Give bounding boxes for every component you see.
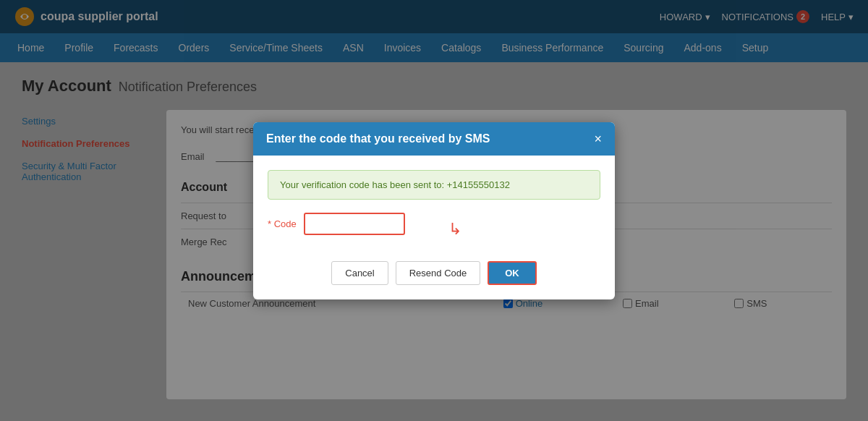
modal-header: Enter the code that you received by SMS … xyxy=(253,122,615,156)
code-input[interactable] xyxy=(304,213,405,235)
arrow-hint-icon: ↳ xyxy=(448,220,461,239)
ok-button[interactable]: OK xyxy=(488,261,537,285)
sms-modal: Enter the code that you received by SMS … xyxy=(253,122,615,299)
modal-body: Your verification code has been sent to:… xyxy=(253,156,615,254)
resend-button[interactable]: Resend Code xyxy=(396,261,481,285)
code-label: * Code xyxy=(268,218,297,229)
modal-alert: Your verification code has been sent to:… xyxy=(268,170,600,200)
code-row: * Code ↳ xyxy=(268,213,600,247)
modal-field-row: * Code xyxy=(268,213,405,235)
modal-overlay: Enter the code that you received by SMS … xyxy=(0,0,868,414)
modal-close-button[interactable]: × xyxy=(594,132,602,145)
modal-footer: Cancel Resend Code OK xyxy=(253,254,615,299)
cancel-button[interactable]: Cancel xyxy=(331,261,388,285)
modal-title: Enter the code that you received by SMS xyxy=(266,132,490,145)
